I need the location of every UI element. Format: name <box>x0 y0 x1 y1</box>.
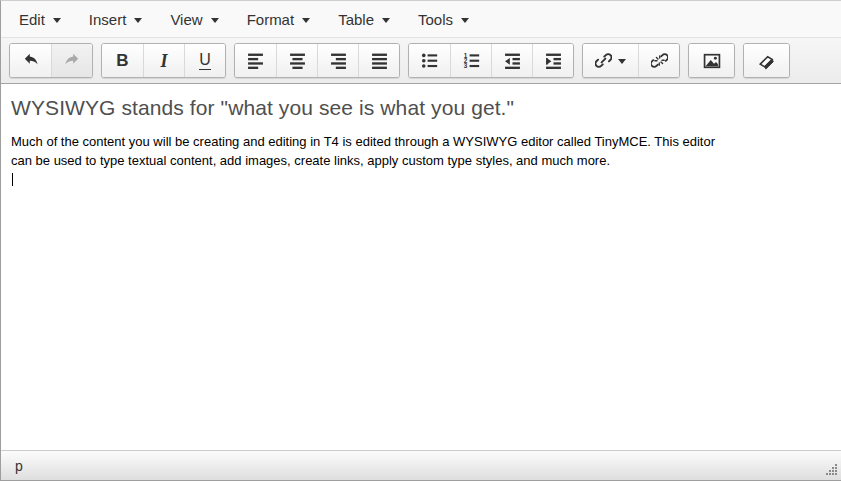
editor-content-area[interactable]: WYSIWYG stands for "what you see is what… <box>1 84 841 450</box>
justify-icon <box>371 52 388 69</box>
eraser-icon <box>758 52 776 70</box>
menubar: Edit Insert View Format Table Tools <box>1 1 841 38</box>
resize-handle[interactable] <box>825 462 838 480</box>
redo-icon <box>64 52 81 69</box>
numbered-list-icon: 1 2 3 <box>463 52 480 69</box>
content-paragraph: Much of the content you will be creating… <box>11 132 831 189</box>
link-icon <box>595 52 612 69</box>
link-button-group <box>582 43 680 78</box>
indent-button[interactable] <box>532 44 573 77</box>
statusbar: p <box>1 450 841 480</box>
align-left-button[interactable] <box>235 44 276 77</box>
chevron-down-icon <box>211 18 219 23</box>
undo-button[interactable] <box>10 44 51 77</box>
menu-format[interactable]: Format <box>233 3 325 36</box>
menu-table[interactable]: Table <box>324 3 404 36</box>
numbered-list-button[interactable]: 1 2 3 <box>450 44 491 77</box>
bold-icon: B <box>116 52 128 69</box>
bullet-list-button[interactable] <box>409 44 450 77</box>
image-button-group <box>688 43 735 78</box>
menu-insert-label: Insert <box>89 11 127 28</box>
tinymce-editor: Edit Insert View Format Table Tools <box>0 0 841 481</box>
italic-button[interactable]: I <box>143 44 184 77</box>
paragraph-line: Much of the content you will be creating… <box>11 132 831 151</box>
history-button-group <box>9 43 93 78</box>
chevron-down-icon <box>382 18 390 23</box>
chevron-down-icon <box>53 18 61 23</box>
svg-text:3: 3 <box>463 62 467 69</box>
chevron-down-icon <box>618 59 626 64</box>
indent-icon <box>545 52 562 69</box>
menu-insert[interactable]: Insert <box>75 3 157 36</box>
remove-link-button[interactable] <box>638 44 679 77</box>
menu-tools-label: Tools <box>418 11 453 28</box>
clear-formatting-button[interactable] <box>744 44 789 77</box>
align-right-icon <box>330 52 347 69</box>
align-center-button[interactable] <box>276 44 317 77</box>
align-center-icon <box>289 52 306 69</box>
align-left-icon <box>247 52 264 69</box>
content-heading: WYSIWYG stands for "what you see is what… <box>11 96 831 120</box>
align-right-button[interactable] <box>317 44 358 77</box>
menu-format-label: Format <box>247 11 295 28</box>
redo-button[interactable] <box>51 44 92 77</box>
paragraph-line: can be used to type textual content, add… <box>11 151 831 170</box>
insert-image-button[interactable] <box>689 44 734 77</box>
outdent-button[interactable] <box>491 44 532 77</box>
bold-button[interactable]: B <box>102 44 143 77</box>
menu-edit[interactable]: Edit <box>5 3 75 36</box>
outdent-icon <box>504 52 521 69</box>
align-justify-button[interactable] <box>358 44 399 77</box>
underline-icon: U <box>199 52 211 70</box>
toolbar: B I U <box>1 38 841 84</box>
undo-icon <box>22 52 39 69</box>
text-cursor <box>12 173 13 186</box>
bullet-list-icon <box>421 52 438 69</box>
menu-edit-label: Edit <box>19 11 45 28</box>
image-icon <box>703 52 721 70</box>
menu-table-label: Table <box>338 11 374 28</box>
resize-grip-icon <box>825 463 838 476</box>
unlink-icon <box>651 52 668 69</box>
italic-icon: I <box>160 52 167 70</box>
alignment-button-group <box>234 43 400 78</box>
element-path[interactable]: p <box>15 458 23 474</box>
underline-button[interactable]: U <box>184 44 225 77</box>
chevron-down-icon <box>302 18 310 23</box>
chevron-down-icon <box>134 18 142 23</box>
chevron-down-icon <box>461 18 469 23</box>
menu-tools[interactable]: Tools <box>404 3 483 36</box>
list-indent-button-group: 1 2 3 <box>408 43 574 78</box>
font-style-button-group: B I U <box>101 43 226 78</box>
formatting-button-group <box>743 43 790 78</box>
menu-view[interactable]: View <box>156 3 232 36</box>
insert-link-button[interactable] <box>583 44 638 77</box>
menu-view-label: View <box>170 11 202 28</box>
